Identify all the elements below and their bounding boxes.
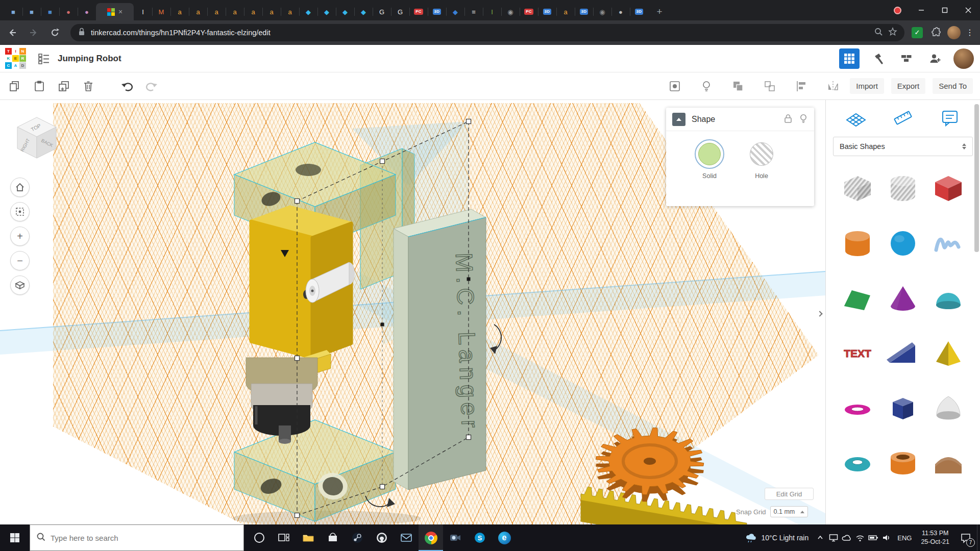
undo-button[interactable] [117,77,137,96]
browser-menu-icon[interactable]: ⋮ [966,29,974,37]
browser-tab[interactable]: 3D [538,3,556,20]
bricks-icon[interactable] [896,48,917,69]
browser-tab[interactable]: ◆ [299,3,317,20]
browser-tab[interactable]: I [134,3,152,20]
zoom-out-button[interactable]: − [10,251,30,270]
browser-tab[interactable]: 3D [630,3,648,20]
shape-category-select[interactable]: Basic Shapes [833,137,973,156]
notes-tool-button[interactable] [938,106,962,130]
mirror-button[interactable] [823,77,843,96]
copy-button[interactable] [5,77,24,96]
browser-tab[interactable]: a [244,3,262,20]
send-to-button[interactable]: Send To [933,78,973,94]
browser-tab[interactable]: a [262,3,281,20]
ruler-tool-button[interactable] [891,106,915,130]
browser-tab[interactable]: PC [520,3,538,20]
browser-tab[interactable]: 3D [428,3,446,20]
home-view-button[interactable] [10,178,30,197]
shape-cone[interactable] [886,283,920,314]
volume-tray-icon[interactable] [880,524,893,551]
browser-tab[interactable]: ≡ [464,3,483,20]
action-center-button[interactable]: 7 [954,524,977,551]
shape-transparent-cylinder[interactable] [886,172,920,204]
zoom-in-button[interactable]: + [10,227,30,246]
browser-tab[interactable]: ◆ [317,3,336,20]
taskbar-app-mail[interactable] [394,524,419,551]
tinkercad-logo[interactable]: TINKERCAD [5,48,26,69]
hole-option[interactable]: Hole [747,139,776,180]
browser-tab[interactable]: ◆ [354,3,373,20]
taskbar-app-steam[interactable] [345,524,370,551]
delete-button[interactable] [79,77,98,96]
workplane-tool-button[interactable] [844,106,868,130]
panel-collapse-handle[interactable] [816,306,824,321]
invite-person-icon[interactable] [925,48,945,69]
sheets-extension-icon[interactable]: ✓ [911,26,924,39]
reload-button[interactable] [46,23,64,42]
hidden-icons-chevron[interactable] [814,524,827,551]
shape-cylinder[interactable] [841,228,874,259]
extensions-puzzle-icon[interactable] [929,26,942,39]
shape-round-roof[interactable] [932,448,965,480]
browser-tab[interactable]: 3D [575,3,593,20]
back-button[interactable] [3,23,21,42]
shape-torus-thin[interactable] [841,393,874,424]
duplicate-button[interactable] [54,77,74,96]
browser-tab[interactable]: ■ [22,3,41,20]
gear-shape[interactable] [596,428,704,502]
lock-shape-icon[interactable] [783,113,793,126]
close-window-button[interactable] [957,0,980,20]
solid-option[interactable]: Solid [695,139,724,180]
taskbar-app-camera[interactable] [443,524,468,551]
taskbar-clock[interactable]: 11:53 PM 25-Oct-21 [916,529,954,546]
user-avatar[interactable] [953,48,974,69]
browser-tab[interactable]: a [226,3,244,20]
start-button[interactable] [0,524,30,551]
browser-tab[interactable]: ■ [4,3,22,20]
browser-profile-avatar[interactable] [947,26,961,39]
minimize-button[interactable] [910,0,933,20]
new-tab-button[interactable]: + [652,5,667,19]
wifi-tray-icon[interactable] [853,524,867,551]
browser-tab[interactable]: G [373,3,391,20]
forward-button[interactable] [24,23,43,42]
shape-torus[interactable] [841,448,874,480]
browser-tab[interactable]: ◆ [446,3,464,20]
taskbar-app-github[interactable] [370,524,394,551]
solid-swatch[interactable] [695,139,724,169]
language-indicator[interactable]: ENG [893,534,916,542]
shape-scribble[interactable] [932,228,965,259]
browser-tab-active[interactable]: × [96,3,134,20]
maximize-button[interactable] [933,0,957,20]
shape-text[interactable]: TEXT [841,338,874,369]
design-properties-button[interactable] [35,50,53,67]
show-all-button[interactable] [665,77,684,96]
shape-paraboloid[interactable] [932,393,965,424]
tab-close-icon[interactable]: × [118,8,122,15]
snap-grid-select[interactable]: 0.1 mm [770,506,808,517]
taskbar-search[interactable] [30,524,244,551]
browser-tab[interactable]: a [281,3,299,20]
scrollbar-thumb[interactable] [974,104,979,252]
export-button[interactable]: Export [891,78,925,94]
align-button[interactable] [792,77,811,96]
zoom-icon[interactable] [874,27,883,38]
fit-view-button[interactable] [10,202,30,221]
group-button[interactable] [728,77,748,96]
browser-tab[interactable]: a [189,3,207,20]
browser-tab[interactable]: a [170,3,189,20]
taskbar-app-task-view[interactable] [272,524,296,551]
taskbar-app-chrome[interactable] [419,524,443,551]
browser-tab[interactable]: ● [611,3,630,20]
record-extension-icon[interactable] [894,7,901,14]
edit-grid-button[interactable]: Edit Grid [765,488,814,500]
browser-tab[interactable]: PC [409,3,428,20]
browser-tab[interactable]: I [483,3,501,20]
shape-wedge[interactable] [886,338,920,369]
browser-tab[interactable]: ■ [41,3,59,20]
redo-button[interactable] [142,77,161,96]
bookmark-star-icon[interactable] [888,27,897,38]
browser-tab[interactable]: ● [59,3,78,20]
browser-tab[interactable]: G [391,3,409,20]
battery-tray-icon[interactable] [867,524,880,551]
